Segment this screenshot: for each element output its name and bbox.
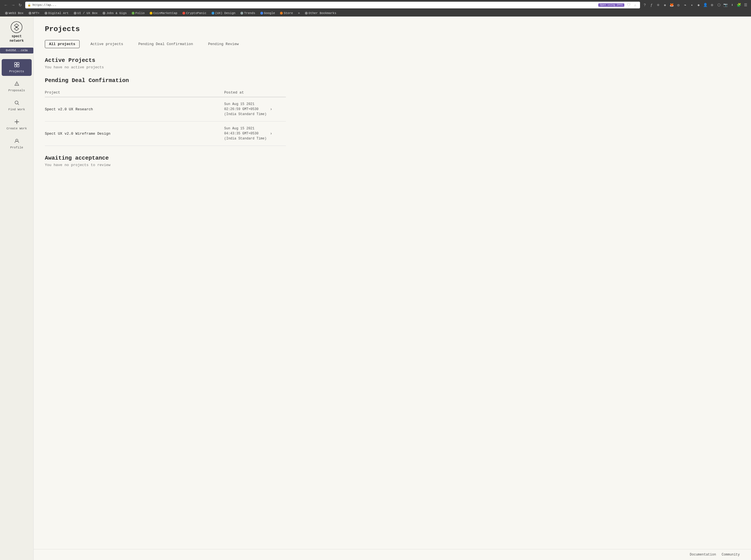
svg-rect-3: [17, 62, 19, 64]
download-icon[interactable]: ⬇: [730, 2, 735, 7]
pending-deal-section: Pending Deal Confirmation Project Posted…: [45, 77, 740, 146]
shield-icon: 🛡: [626, 2, 631, 7]
posted-line1-2: Sun Aug 15 2021: [224, 126, 254, 131]
bookmark-cryptopanic[interactable]: CryptoPanic: [180, 11, 209, 15]
bookmark-more[interactable]: »: [296, 11, 302, 15]
url-text: https://ap...: [33, 3, 597, 7]
posted-line2-1: 02:26:59 GMT+0530: [224, 107, 258, 111]
nav-items: Projects Proposals: [0, 59, 33, 152]
cube-icon[interactable]: ⬡: [716, 2, 721, 7]
bookmark-cryptopanic-label: CryptoPanic: [186, 12, 207, 15]
row-posted-col-2: Sun Aug 15 2021 04:43:35 GMT+0530 (India…: [224, 126, 286, 141]
logo-area: spectnetwork: [9, 21, 23, 43]
create-work-icon: [14, 119, 20, 126]
table-row[interactable]: Spect v2.0 UX Research Sun Aug 15 2021 0…: [45, 97, 286, 121]
posted-line2-2: 04:43:35 GMT+0530: [224, 132, 258, 136]
bookmark-google-label: Google: [264, 12, 275, 15]
tab-pending-review[interactable]: Pending Review: [204, 40, 243, 48]
bookmark-ui-ux[interactable]: UI / UX Box: [72, 11, 100, 15]
fox-icon[interactable]: 🦊: [669, 2, 674, 7]
alert-icon: ⚠: [633, 2, 638, 7]
bookmark-google[interactable]: Google: [258, 11, 277, 15]
bookmarks-bar: Web3 Box NFT+ Digital Art UI / UX Box Jo…: [3, 10, 748, 17]
bookmark-jobs[interactable]: Jobs & Gigs: [100, 11, 129, 15]
tab-pending-deal[interactable]: Pending Deal Confirmation: [134, 40, 197, 48]
address-bar[interactable]: 🔒 https://ap... Open using IPFS 🛡 ⚠: [25, 2, 640, 8]
puzzle-icon[interactable]: 🧩: [736, 2, 742, 7]
projects-icon: [14, 62, 20, 68]
bookmark-nft[interactable]: NFT+: [26, 11, 42, 15]
gem-icon[interactable]: ◆: [696, 2, 701, 7]
leaf-icon[interactable]: ❧: [682, 2, 688, 7]
toolbar-icons: ? ƒ ⊙ ◈ 🦊 ◎ ❧ ✦ ◆ 👤 ⚙ ⬡ 📷 ⬇ 🧩 ☰: [642, 2, 748, 7]
forward-button[interactable]: →: [10, 2, 16, 8]
create-work-label: Create Work: [6, 127, 27, 130]
bookmark-trends[interactable]: Trends: [238, 11, 257, 15]
help-icon[interactable]: ?: [642, 2, 647, 7]
bookmark-ux-design[interactable]: (UX) Design: [209, 11, 238, 15]
token-icon[interactable]: ⊙: [656, 2, 661, 7]
tabs: All projects Active projects Pending Dea…: [45, 40, 740, 48]
awaiting-acceptance-empty: You have no projects to review: [45, 163, 740, 167]
page-title: Projects: [45, 25, 740, 33]
posted-line3-1: (India Standard Time): [224, 112, 267, 116]
circle-icon[interactable]: ◎: [676, 2, 681, 7]
bookmark-web3box[interactable]: Web3 Box: [3, 11, 26, 15]
nav-buttons: ← → ↻: [3, 2, 23, 8]
chevron-right-icon-2: ›: [270, 131, 272, 136]
active-projects-empty: You have no active projects: [45, 65, 740, 69]
main-content: Projects All projects Active projects Pe…: [34, 17, 751, 549]
back-button[interactable]: ←: [3, 2, 9, 8]
sidebar-item-proposals[interactable]: Proposals: [2, 78, 32, 95]
proposals-icon: [14, 81, 20, 88]
posted-text-1: Sun Aug 15 2021 02:26:59 GMT+0530 (India…: [224, 102, 267, 117]
awaiting-acceptance-heading: Awaiting acceptance: [45, 155, 740, 161]
documentation-link[interactable]: Documentation: [690, 553, 716, 557]
menu-icon[interactable]: ☰: [743, 2, 748, 7]
camera-icon[interactable]: 📷: [723, 2, 728, 7]
tab-active-projects[interactable]: Active projects: [86, 40, 128, 48]
svg-line-9: [18, 104, 19, 105]
svg-point-8: [15, 101, 18, 104]
refresh-button[interactable]: ↻: [17, 2, 23, 8]
sidebar-item-profile[interactable]: Profile: [2, 135, 32, 152]
table-header: Project Posted at: [45, 88, 286, 97]
tab-all-projects[interactable]: All projects: [45, 40, 80, 48]
bookmark-web3box-label: Web3 Box: [9, 12, 23, 15]
bookmark-other[interactable]: Other Bookmarks: [303, 11, 339, 15]
bookmark-digital-art[interactable]: Digital Art: [42, 11, 71, 15]
font-icon[interactable]: ƒ: [649, 2, 654, 7]
bookmark-store[interactable]: Store: [278, 11, 295, 15]
posted-line3-2: (India Standard Time): [224, 137, 267, 141]
bookmark-digital-art-label: Digital Art: [48, 12, 69, 15]
wallet-address[interactable]: 0x635d...ce3a: [0, 47, 33, 54]
logo-icon: [11, 21, 23, 33]
wallet-icon[interactable]: ◈: [662, 2, 668, 7]
sidebar-item-create-work[interactable]: Create Work: [2, 116, 32, 133]
browser-chrome: ← → ↻ 🔒 https://ap... Open using IPFS 🛡 …: [0, 0, 751, 17]
bookmark-coinmarketcap[interactable]: CoinMarketCap: [148, 11, 180, 15]
profile-label: Profile: [10, 146, 23, 149]
settings-icon[interactable]: ⚙: [710, 2, 715, 7]
community-link[interactable]: Community: [721, 553, 740, 557]
bookmark-more-label: »: [298, 12, 300, 15]
posted-text-2: Sun Aug 15 2021 04:43:35 GMT+0530 (India…: [224, 126, 267, 141]
sidebar-item-find-work[interactable]: Find Work: [2, 97, 32, 114]
ipfs-badge[interactable]: Open using IPFS: [598, 3, 624, 7]
bookmark-other-label: Other Bookmarks: [309, 12, 336, 15]
sidebar-item-projects[interactable]: Projects: [2, 59, 32, 76]
bookmark-nft-label: NFT+: [32, 12, 39, 15]
row-posted-col-1: Sun Aug 15 2021 02:26:59 GMT+0530 (India…: [224, 102, 286, 117]
bookmark-folio[interactable]: Folio: [130, 11, 147, 15]
table-row[interactable]: Spect UX v2.0 Wireframe Design Sun Aug 1…: [45, 121, 286, 146]
page-footer: Documentation Community: [34, 549, 751, 560]
browser-toolbar: ← → ↻ 🔒 https://ap... Open using IPFS 🛡 …: [3, 2, 748, 8]
pending-deal-heading: Pending Deal Confirmation: [45, 77, 740, 84]
star-icon[interactable]: ✦: [689, 2, 694, 7]
logo-text: spectnetwork: [9, 35, 23, 43]
svg-point-7: [17, 84, 17, 85]
lock-icon: 🔒: [27, 3, 31, 7]
col-posted-header: Posted at: [224, 91, 286, 95]
person-icon[interactable]: 👤: [703, 2, 708, 7]
awaiting-acceptance-section: Awaiting acceptance You have no projects…: [45, 155, 740, 167]
